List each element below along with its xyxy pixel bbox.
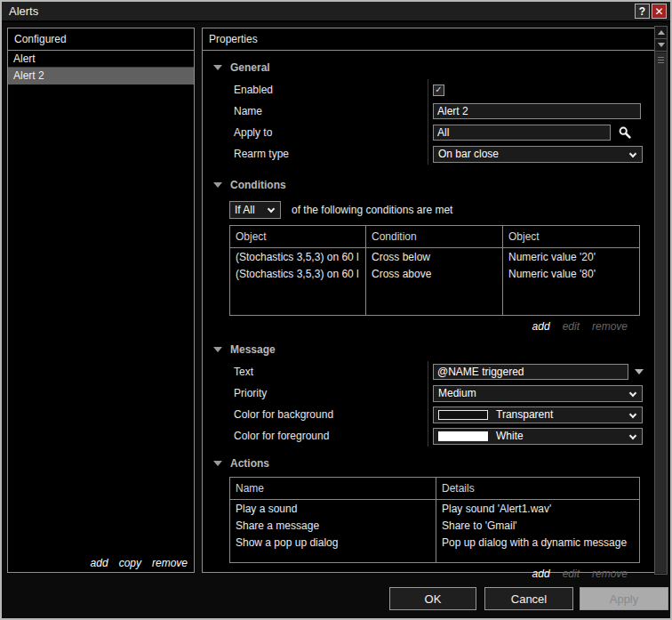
list-item-label: Alert 2 bbox=[13, 69, 44, 82]
color-foreground-label: Color for foreground bbox=[203, 430, 428, 442]
table-cell[interactable]: Cross above bbox=[366, 265, 502, 282]
rearm-type-label: Rearm type bbox=[203, 148, 428, 160]
configured-panel: Configured Alert Alert 2 add copy remove bbox=[7, 28, 195, 573]
collapse-icon bbox=[213, 182, 222, 188]
collapse-icon bbox=[213, 347, 222, 352]
enabled-label: Enabled bbox=[203, 84, 428, 96]
list-item-alert2-selected[interactable]: Alert 2 bbox=[8, 68, 194, 85]
priority-value: Medium bbox=[438, 387, 642, 399]
section-general[interactable]: General bbox=[213, 60, 654, 76]
conditions-col-object2: Object bbox=[503, 226, 639, 248]
table-cell[interactable]: Numeric value '20' bbox=[503, 248, 639, 265]
table-cell[interactable]: Play sound 'Alert1.wav' bbox=[436, 500, 639, 517]
properties-panel-title: Properties bbox=[203, 28, 654, 51]
conditions-table[interactable]: Object (Stochastics 3,5,3) on 60 l (Stoc… bbox=[229, 225, 640, 316]
window-title: Alerts bbox=[9, 4, 38, 18]
color-background-value: Transparent bbox=[496, 408, 642, 421]
condition-match-select[interactable]: If All bbox=[229, 201, 281, 219]
table-cell[interactable]: (Stochastics 3,5,3) on 60 l bbox=[230, 265, 365, 282]
collapse-icon bbox=[213, 461, 222, 466]
priority-select[interactable]: Medium bbox=[433, 385, 643, 402]
condition-match-text: of the following conditions are met bbox=[292, 204, 452, 216]
actions-edit-link[interactable]: edit bbox=[563, 568, 580, 580]
apply-to-search-button[interactable] bbox=[614, 124, 636, 141]
message-text-input[interactable] bbox=[433, 364, 628, 380]
transparent-swatch bbox=[438, 410, 488, 420]
conditions-edit-link[interactable]: edit bbox=[563, 320, 580, 333]
message-text-dropdown-button[interactable] bbox=[631, 364, 647, 380]
color-foreground-value: White bbox=[496, 430, 642, 442]
help-icon: ? bbox=[639, 5, 645, 18]
section-conditions-label: Conditions bbox=[230, 179, 286, 191]
apply-to-label: Apply to bbox=[203, 126, 428, 139]
title-bar[interactable]: Alerts ? ✕ bbox=[2, 2, 670, 22]
section-actions-label: Actions bbox=[230, 457, 269, 470]
color-background-label: Color for background bbox=[203, 408, 428, 421]
properties-panel: Properties General Enabled ✓ Name bbox=[202, 28, 655, 573]
configured-add-link[interactable]: add bbox=[91, 557, 108, 569]
table-cell[interactable]: Share a message bbox=[230, 517, 436, 534]
color-background-select[interactable]: Transparent bbox=[433, 407, 643, 423]
configured-copy-link[interactable]: copy bbox=[119, 557, 141, 569]
alerts-dialog: Alerts ? ✕ Configured Alert Alert 2 add … bbox=[0, 0, 672, 620]
apply-button[interactable]: Apply bbox=[580, 587, 668, 610]
section-general-label: General bbox=[230, 61, 270, 74]
arrow-up-icon bbox=[658, 30, 665, 35]
rearm-type-select[interactable]: On bar close bbox=[433, 146, 643, 163]
conditions-col-object1: Object bbox=[230, 226, 365, 248]
table-cell[interactable]: Show a pop up dialog bbox=[230, 534, 436, 551]
search-icon bbox=[618, 125, 632, 140]
section-conditions[interactable]: Conditions bbox=[213, 177, 654, 193]
table-cell[interactable]: Pop up dialog with a dynamic message bbox=[436, 534, 639, 551]
conditions-remove-link[interactable]: remove bbox=[592, 320, 628, 333]
cancel-button[interactable]: Cancel bbox=[484, 587, 573, 610]
actions-remove-link[interactable]: remove bbox=[592, 568, 628, 580]
list-item-alert[interactable]: Alert bbox=[8, 51, 194, 68]
white-swatch bbox=[438, 431, 488, 441]
name-label: Name bbox=[203, 105, 428, 117]
configured-panel-title: Configured bbox=[8, 28, 194, 51]
table-cell[interactable]: Cross below bbox=[366, 248, 502, 265]
ok-button[interactable]: OK bbox=[389, 587, 476, 610]
name-input[interactable] bbox=[433, 103, 641, 119]
table-cell[interactable]: Numeric value '80' bbox=[503, 265, 639, 282]
section-message[interactable]: Message bbox=[213, 342, 654, 358]
scrollbar-grip bbox=[658, 57, 664, 63]
close-icon: ✕ bbox=[654, 5, 663, 18]
apply-to-input[interactable] bbox=[433, 125, 611, 141]
color-foreground-select[interactable]: White bbox=[433, 428, 643, 445]
actions-col-details: Details bbox=[436, 478, 639, 500]
table-cell[interactable]: (Stochastics 3,5,3) on 60 l bbox=[230, 248, 365, 265]
properties-scrollbar[interactable] bbox=[654, 26, 668, 575]
scroll-down-button[interactable] bbox=[655, 39, 667, 52]
dropdown-arrow-icon bbox=[635, 369, 644, 374]
close-button[interactable]: ✕ bbox=[652, 4, 667, 19]
arrow-down-icon bbox=[658, 43, 665, 47]
actions-table[interactable]: Name Play a sound Share a message Show a… bbox=[229, 477, 640, 563]
actions-col-name: Name bbox=[230, 478, 436, 500]
section-message-label: Message bbox=[230, 343, 276, 356]
scrollbar-thumb[interactable] bbox=[655, 52, 667, 573]
enabled-checkbox[interactable]: ✓ bbox=[433, 85, 444, 96]
priority-label: Priority bbox=[203, 387, 428, 399]
rearm-type-value: On bar close bbox=[438, 148, 642, 160]
actions-add-link[interactable]: add bbox=[532, 568, 550, 580]
list-item-label: Alert bbox=[13, 52, 36, 65]
configured-remove-link[interactable]: remove bbox=[152, 557, 188, 569]
message-text-label: Text bbox=[203, 366, 428, 378]
checkmark-icon: ✓ bbox=[435, 85, 442, 94]
table-cell[interactable]: Play a sound bbox=[230, 500, 436, 517]
conditions-add-link[interactable]: add bbox=[532, 320, 550, 333]
collapse-icon bbox=[213, 65, 222, 70]
scroll-up-button[interactable] bbox=[655, 27, 667, 39]
table-cell[interactable]: Share to 'Gmail' bbox=[436, 517, 639, 534]
conditions-col-condition: Condition bbox=[366, 226, 502, 248]
help-button[interactable]: ? bbox=[635, 4, 650, 19]
section-actions[interactable]: Actions bbox=[213, 455, 654, 471]
